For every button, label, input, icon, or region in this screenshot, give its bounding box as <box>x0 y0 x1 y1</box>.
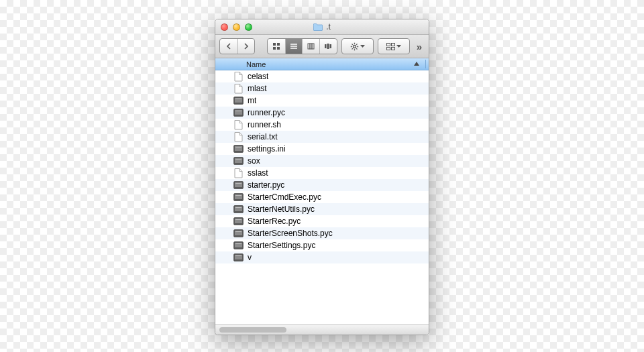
file-name: sox <box>248 156 260 166</box>
document-icon <box>233 131 244 142</box>
file-row[interactable]: celast <box>215 70 429 82</box>
document-icon <box>233 168 244 178</box>
titlebar[interactable]: .t <box>215 19 429 35</box>
forward-button[interactable] <box>237 39 255 54</box>
svg-rect-34 <box>235 147 241 148</box>
view-coverflow-button[interactable] <box>319 39 337 54</box>
file-row[interactable]: StarterSettings.pyc <box>215 239 429 251</box>
svg-rect-46 <box>235 207 241 208</box>
file-name: starter.pyc <box>248 180 284 190</box>
view-list-button[interactable] <box>285 39 303 54</box>
back-button[interactable] <box>220 39 237 54</box>
svg-rect-49 <box>235 219 241 220</box>
svg-rect-31 <box>235 111 241 111</box>
gear-icon <box>350 42 359 51</box>
binary-icon <box>233 192 244 202</box>
file-row[interactable]: sox <box>215 155 429 167</box>
svg-rect-43 <box>235 195 241 196</box>
view-switcher <box>267 38 337 54</box>
svg-rect-22 <box>386 43 390 46</box>
svg-rect-0 <box>273 43 276 46</box>
view-icon-button[interactable] <box>268 39 285 54</box>
svg-rect-37 <box>235 159 241 160</box>
file-row[interactable]: serial.txt <box>215 131 429 143</box>
column-header-label: Name <box>246 60 266 68</box>
svg-rect-23 <box>391 43 394 46</box>
toolbar: » <box>215 35 429 58</box>
svg-rect-25 <box>391 47 394 50</box>
file-name: StarterRec.pyc <box>248 217 301 226</box>
svg-line-19 <box>356 48 357 49</box>
close-button[interactable] <box>221 23 228 31</box>
binary-icon <box>233 107 244 118</box>
svg-point-13 <box>353 45 356 48</box>
svg-rect-28 <box>235 99 241 99</box>
svg-line-18 <box>352 44 352 44</box>
svg-line-21 <box>352 48 352 49</box>
file-list[interactable]: celastmlastmtrunner.pycrunner.shserial.t… <box>215 70 429 325</box>
content-area: Name celastmlastmtrunner.pycrunner.shser… <box>215 58 429 325</box>
toolbar-overflow-button[interactable]: » <box>414 41 425 52</box>
file-row[interactable]: StarterCmdExec.pyc <box>215 191 429 203</box>
binary-icon <box>233 204 244 215</box>
window-title-text: .t <box>326 22 331 32</box>
scrollbar-thumb[interactable] <box>219 327 286 333</box>
svg-rect-55 <box>235 243 241 244</box>
column-header-name[interactable]: Name <box>215 58 429 70</box>
svg-rect-10 <box>325 44 327 48</box>
file-name: runner.sh <box>248 120 281 129</box>
file-name: serial.txt <box>248 132 278 141</box>
action-menu-button[interactable] <box>341 38 374 54</box>
arrange-menu-button[interactable] <box>378 38 410 54</box>
chevron-down-icon <box>396 45 401 48</box>
svg-rect-12 <box>330 44 332 48</box>
sort-ascending-icon <box>414 62 419 66</box>
nav-back-forward <box>219 38 255 54</box>
traffic-lights <box>221 23 252 31</box>
file-name: mt <box>248 96 256 105</box>
view-column-button[interactable] <box>302 39 319 54</box>
svg-rect-2 <box>273 47 276 50</box>
file-row[interactable]: v <box>215 251 429 263</box>
document-icon <box>233 83 244 94</box>
svg-rect-3 <box>277 47 280 50</box>
binary-icon <box>233 216 244 227</box>
file-name: StarterSettings.pyc <box>248 241 315 250</box>
file-name: StarterNetUtils.pyc <box>248 204 315 214</box>
binary-icon <box>233 240 244 251</box>
file-row[interactable]: runner.sh <box>215 119 429 131</box>
document-icon <box>233 71 244 82</box>
binary-icon <box>233 95 244 106</box>
file-row[interactable]: starter.pyc <box>215 179 429 191</box>
file-row[interactable]: mlast <box>215 82 429 95</box>
file-row[interactable]: runner.pyc <box>215 107 429 119</box>
binary-icon <box>233 228 244 239</box>
svg-rect-1 <box>277 43 280 46</box>
file-name: v <box>248 253 252 262</box>
binary-icon <box>233 252 244 263</box>
finder-window: .t <box>215 19 429 335</box>
svg-rect-9 <box>312 44 314 49</box>
file-row[interactable]: StarterRec.pyc <box>215 215 429 227</box>
svg-line-20 <box>356 44 357 44</box>
file-name: StarterScreenShots.pyc <box>248 229 333 238</box>
binary-icon <box>233 180 244 190</box>
svg-rect-58 <box>235 255 241 256</box>
file-name: mlast <box>248 84 267 93</box>
file-row[interactable]: StarterScreenShots.pyc <box>215 227 429 239</box>
file-row[interactable]: sslast <box>215 167 429 179</box>
chevron-down-icon <box>360 45 365 48</box>
file-name: StarterCmdExec.pyc <box>248 192 321 202</box>
status-bar <box>215 325 429 335</box>
document-icon <box>233 119 244 130</box>
svg-rect-11 <box>327 44 329 49</box>
file-row[interactable]: StarterNetUtils.pyc <box>215 203 429 215</box>
column-resize-handle[interactable] <box>425 60 426 68</box>
horizontal-scrollbar[interactable] <box>219 327 425 333</box>
file-row[interactable]: settings.ini <box>215 143 429 155</box>
svg-rect-40 <box>235 183 241 184</box>
zoom-button[interactable] <box>245 23 252 31</box>
minimize-button[interactable] <box>233 23 240 31</box>
file-row[interactable]: mt <box>215 95 429 107</box>
svg-rect-24 <box>386 47 390 50</box>
